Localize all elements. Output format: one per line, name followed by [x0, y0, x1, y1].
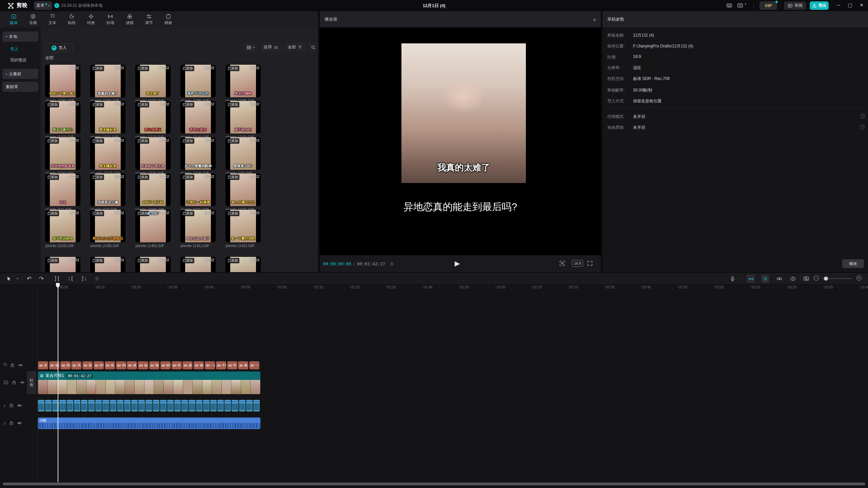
window-close-button[interactable]: ✕	[856, 0, 867, 10]
window-minimize-button[interactable]: ─	[833, 0, 844, 10]
select-tool-chevron[interactable]: ▾	[14, 275, 21, 282]
tab-特效[interactable]: 特效	[81, 11, 101, 27]
audio-clip[interactable]	[174, 400, 181, 411]
media-thumbnail[interactable]: 已添加00:03笑一下敷衍你吧	[225, 210, 261, 242]
text-clip[interactable]: A≡对	[227, 361, 237, 369]
audio-clip[interactable]	[59, 400, 66, 411]
timeline-ruler[interactable]: 00:0000:1000:2000:3000:4000:5001:0001:10…	[0, 285, 868, 291]
audio-clip[interactable]	[232, 400, 238, 411]
text-clip[interactable]: A≡最后	[238, 361, 248, 369]
audio-clip[interactable]	[88, 400, 95, 411]
text-clip[interactable]: A≡你回	[116, 361, 126, 369]
audio-clip[interactable]	[45, 400, 52, 411]
media-thumbnail[interactable]: 已添加00:02在吗!? 在干吗	[135, 174, 171, 206]
import-button[interactable]: + 导入	[45, 43, 73, 52]
text-clip[interactable]: A≡有	[172, 361, 182, 369]
media-thumbnail[interactable]: 00:02你的小可爱上线了	[45, 65, 80, 97]
lock-icon[interactable]	[9, 403, 14, 408]
info-icon[interactable]: ?	[860, 114, 865, 119]
link-preview-toggle[interactable]	[776, 275, 783, 282]
timeline-zoom-out-button[interactable]: −	[814, 276, 819, 281]
audio-clip[interactable]	[95, 400, 102, 411]
media-thumbnail[interactable]: 已添加00:02我不吃还给你	[45, 210, 80, 242]
compound-clip-header[interactable]: ⊞ 复合片段1 00:01:42:27	[38, 371, 260, 380]
delete-button[interactable]	[94, 275, 100, 282]
redo-button[interactable]: ↷	[38, 275, 45, 282]
media-thumbnail[interactable]: 已添加00:02你走	[45, 174, 80, 206]
tab-贴纸[interactable]: 贴纸	[62, 11, 81, 27]
audio-clip[interactable]	[131, 400, 138, 411]
note-icon[interactable]: ♪	[3, 403, 6, 408]
audio-clip[interactable]	[181, 400, 188, 411]
play-button[interactable]: ▶	[455, 259, 460, 267]
audio-clip[interactable]	[67, 400, 73, 411]
auto-ripple-toggle[interactable]	[747, 274, 755, 283]
media-thumbnail[interactable]: 已添加00:02	[135, 257, 171, 272]
preview-frame-button[interactable]	[803, 275, 810, 282]
media-thumbnail[interactable]: 已添加00:02我太难了	[135, 65, 171, 97]
lock-icon[interactable]	[12, 380, 17, 385]
media-thumbnail[interactable]: 已添加00:02乡下人羡慕的眼神	[180, 137, 216, 170]
media-thumbnail[interactable]: 已添加00:02周末了真开心	[45, 101, 80, 134]
text-clip[interactable]: A≡有很	[60, 361, 71, 369]
audio-clip[interactable]	[110, 400, 116, 411]
text-clip[interactable]: A≡就	[127, 361, 137, 369]
audio-clip[interactable]	[167, 400, 174, 411]
audio-clip[interactable]	[210, 400, 217, 411]
audio-clip[interactable]	[138, 400, 145, 411]
text-clip[interactable]: A≡我	[82, 361, 93, 369]
filter-button[interactable]: 全部	[284, 43, 306, 52]
media-thumbnail[interactable]: 已添加00:02	[180, 257, 216, 272]
audio-clip[interactable]	[124, 400, 131, 411]
text-track-icon[interactable]: TI	[3, 363, 7, 368]
lock-icon[interactable]	[10, 363, 15, 368]
audio-clip[interactable]	[239, 400, 245, 411]
audio-clip[interactable]	[246, 400, 253, 411]
text-clip[interactable]: A≡谁都	[194, 361, 204, 369]
tab-媒体[interactable]: 媒体	[4, 11, 23, 27]
media-thumbnail[interactable]: 已添加00:02我就是这么懂	[90, 174, 125, 206]
tab-转场[interactable]: 转场	[101, 11, 120, 27]
info-icon[interactable]: ?	[860, 125, 865, 129]
video-track-icon[interactable]	[3, 380, 8, 385]
split-button[interactable]: ][	[54, 275, 60, 282]
modify-button[interactable]: 修改	[842, 259, 864, 268]
text-clip[interactable]: A≡一	[249, 361, 259, 369]
segment-list-icon[interactable]: ≣	[390, 261, 394, 266]
review-button[interactable]: 审阅	[784, 1, 806, 10]
audio-clip[interactable]	[38, 400, 44, 411]
video-track-filmstrip[interactable]	[38, 380, 260, 394]
text-clip[interactable]: A≡如果	[138, 361, 148, 369]
split-left-button[interactable]: :[	[67, 275, 74, 282]
text-clip[interactable]: A≡一起	[205, 361, 215, 369]
media-thumbnail[interactable]: 已添加00:02让我们一起摇摆	[180, 174, 216, 206]
split-right-button[interactable]: ]:	[81, 275, 87, 282]
media-thumbnail[interactable]: 已添加00:02周末嗨起来	[90, 137, 125, 170]
speaker-icon[interactable]	[17, 421, 22, 426]
media-thumbnail[interactable]: 已添加00:02周末燥起来	[90, 101, 125, 134]
sidebar-item-导入[interactable]: 导入	[10, 45, 18, 53]
music-clip[interactable]: 闪耀	[38, 418, 260, 429]
timeline-horizontal-scrollbar[interactable]	[3, 483, 865, 485]
audio-clip[interactable]	[224, 400, 231, 411]
media-thumbnail[interactable]: 已添加00:02敌人在哪个方位	[225, 174, 261, 206]
select-tool-button[interactable]	[5, 275, 12, 282]
audio-clip[interactable]	[102, 400, 109, 411]
tab-模板[interactable]: 模板	[159, 11, 178, 27]
media-thumbnail[interactable]: 已添加00:02谁找我?	[135, 210, 171, 242]
zoom-slider-handle[interactable]	[824, 277, 828, 281]
audio-clip[interactable]	[153, 400, 159, 411]
sidebar-group-本地[interactable]: ▾本地	[2, 32, 38, 42]
media-thumbnail[interactable]: 已添加00:02都出来聊天	[135, 101, 171, 134]
cover-button[interactable]: 封面	[27, 371, 36, 394]
media-thumbnail[interactable]: 已添加00:03是猪来了吗?	[225, 137, 261, 170]
audio-clip[interactable]	[74, 400, 80, 411]
preview-canvas[interactable]: 我真的太难了 异地恋真的能走到最后吗?	[320, 27, 601, 255]
media-thumbnail[interactable]: 已添加00:02周末为什么不陪我玩	[90, 210, 125, 242]
tab-滤镜[interactable]: 滤镜	[120, 11, 139, 27]
linkage-toggle[interactable]	[761, 274, 769, 283]
shortcut-keyboard-button[interactable]	[726, 2, 733, 8]
text-clip[interactable]: A≡异	[38, 361, 48, 369]
eye-icon[interactable]	[18, 363, 23, 368]
text-clip[interactable]: A≡其实	[71, 361, 81, 369]
